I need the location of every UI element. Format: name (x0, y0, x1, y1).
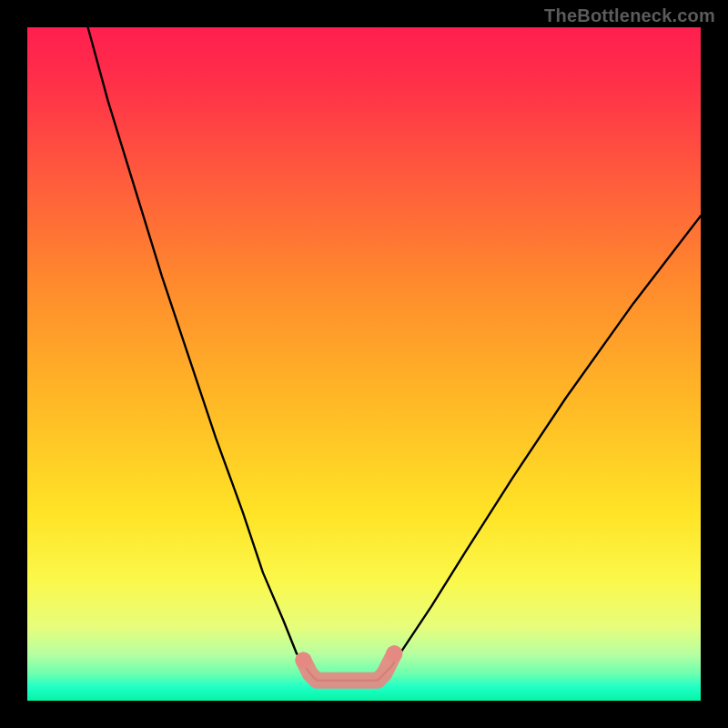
outer-black-frame: TheBottleneck.com (0, 0, 728, 728)
highlight-dot (295, 652, 311, 669)
curve-layer (27, 27, 701, 701)
marker-group (295, 645, 402, 681)
curve-group (88, 27, 701, 681)
valley-highlight (303, 653, 394, 681)
highlight-dot (386, 645, 402, 662)
watermark-text: TheBottleneck.com (544, 5, 715, 26)
v-curve (88, 27, 701, 681)
plot-area (27, 27, 701, 701)
